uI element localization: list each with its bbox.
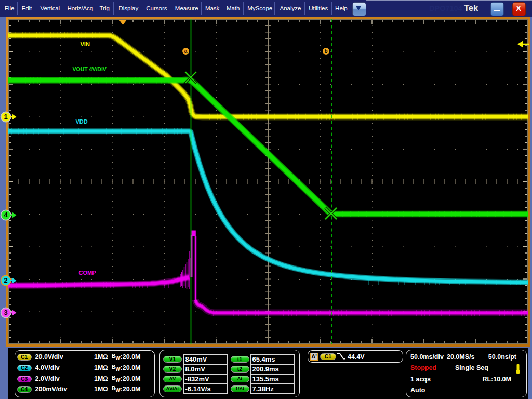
svg-text:VOUT 4V/DIV: VOUT 4V/DIV [73, 66, 107, 72]
svg-text:VIN: VIN [81, 41, 90, 47]
svg-text:3: 3 [4, 309, 8, 316]
svg-text:2: 2 [4, 276, 8, 284]
svg-text:COMP: COMP [79, 270, 96, 276]
svg-text:a: a [184, 48, 188, 54]
svg-text:4: 4 [4, 211, 8, 219]
svg-text:b: b [324, 48, 327, 54]
svg-text:1: 1 [4, 113, 8, 121]
svg-text:VDD: VDD [76, 118, 88, 125]
